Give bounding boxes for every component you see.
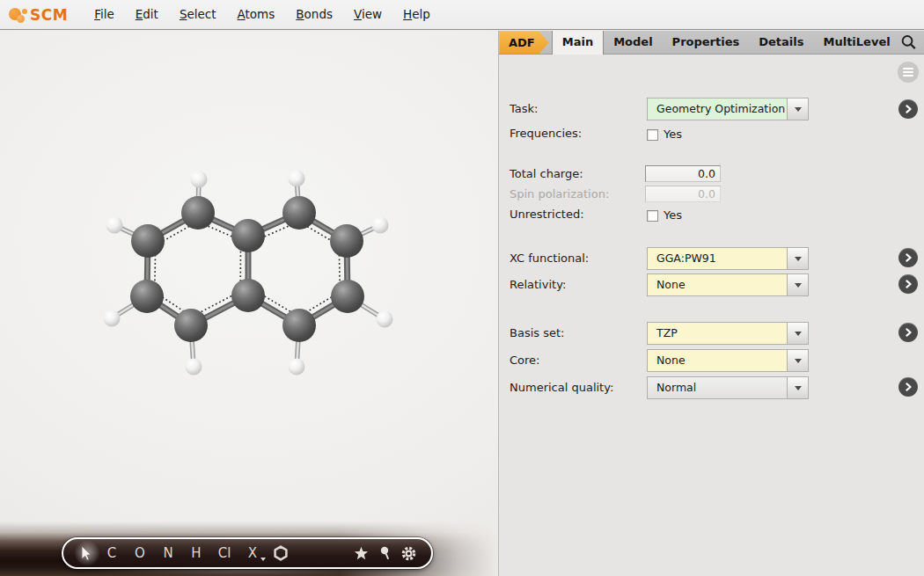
menu-help[interactable]: Help bbox=[392, 0, 441, 29]
structures-tool-button[interactable] bbox=[349, 539, 373, 567]
atom-H[interactable] bbox=[289, 171, 305, 187]
basis-set-value: TZP bbox=[648, 323, 787, 344]
unrestricted-checkbox-row[interactable]: Yes bbox=[647, 208, 682, 222]
relativity-label: Relativity: bbox=[510, 278, 566, 292]
tab-main[interactable]: Main bbox=[552, 31, 604, 55]
pointer-cursor-icon bbox=[78, 545, 94, 561]
adf-input-window: SCM File Edit Select Atoms Bonds View He… bbox=[0, 0, 924, 576]
chevron-right-icon bbox=[903, 279, 913, 289]
pin-tool-button[interactable] bbox=[373, 539, 397, 567]
element-nitrogen-button[interactable]: N bbox=[154, 539, 182, 567]
element-chlorine-button[interactable]: Cl bbox=[210, 539, 238, 567]
xc-functional-detail-button[interactable] bbox=[898, 248, 918, 267]
frequencies-checkbox-row[interactable]: Yes bbox=[647, 128, 682, 142]
xc-functional-label: XC functional: bbox=[510, 252, 589, 266]
atom-H[interactable] bbox=[191, 171, 208, 188]
element-hydrogen-button[interactable]: H bbox=[182, 539, 210, 567]
atom-C[interactable] bbox=[174, 309, 208, 342]
spin-polarization-input bbox=[645, 186, 721, 202]
element-other-label: X bbox=[248, 545, 257, 561]
core-dropdown[interactable]: None bbox=[647, 349, 809, 372]
atom-H[interactable] bbox=[372, 217, 389, 234]
frequencies-label: Frequencies: bbox=[510, 127, 582, 141]
scm-logo-icon bbox=[9, 5, 30, 25]
task-dropdown[interactable]: Geometry Optimization bbox=[647, 98, 809, 120]
relativity-dropdown[interactable]: None bbox=[647, 273, 809, 296]
scm-logo: SCM bbox=[9, 5, 68, 25]
element-oxygen-button[interactable]: O bbox=[126, 539, 154, 567]
atom-H[interactable] bbox=[289, 359, 305, 375]
hexagon-ring-icon bbox=[273, 545, 289, 561]
xc-functional-value: GGA:PW91 bbox=[648, 248, 787, 269]
core-dropdown-arrow[interactable] bbox=[787, 350, 808, 371]
tab-details[interactable]: Details bbox=[749, 31, 813, 54]
numerical-quality-detail-button[interactable] bbox=[898, 377, 918, 397]
atom-H[interactable] bbox=[186, 359, 202, 375]
atom-C[interactable] bbox=[231, 279, 265, 312]
total-charge-label: Total charge: bbox=[510, 167, 583, 181]
atom-C[interactable] bbox=[181, 196, 215, 230]
aromatic-dotted-bond bbox=[339, 251, 340, 286]
chevron-right-icon bbox=[903, 327, 913, 338]
ring-tool-button[interactable] bbox=[267, 539, 295, 567]
core-value: None bbox=[648, 350, 787, 371]
menu-view[interactable]: View bbox=[343, 0, 392, 29]
scm-logo-text: SCM bbox=[30, 6, 68, 24]
task-label: Task: bbox=[510, 102, 538, 116]
atom-H[interactable] bbox=[104, 310, 121, 327]
relativity-dropdown-arrow[interactable] bbox=[787, 274, 808, 295]
menu-edit[interactable]: Edit bbox=[125, 0, 169, 29]
unrestricted-label: Unrestricted: bbox=[510, 208, 584, 222]
atom-C[interactable] bbox=[131, 224, 165, 258]
numerical-quality-dropdown[interactable]: Normal bbox=[647, 376, 809, 399]
numerical-quality-label: Numerical quality: bbox=[510, 381, 613, 395]
atom-C[interactable] bbox=[330, 224, 363, 258]
task-detail-button[interactable] bbox=[898, 99, 918, 119]
element-carbon-button[interactable]: C bbox=[98, 539, 126, 567]
menu-atoms[interactable]: Atoms bbox=[227, 0, 286, 29]
panel-menu-button[interactable] bbox=[898, 62, 919, 83]
menu-bonds[interactable]: Bonds bbox=[285, 0, 343, 29]
hamburger-icon bbox=[903, 71, 913, 73]
menu-select[interactable]: Select bbox=[169, 0, 227, 29]
search-icon[interactable] bbox=[900, 33, 917, 51]
xc-functional-dropdown-arrow[interactable] bbox=[787, 248, 808, 269]
xc-functional-dropdown[interactable]: GGA:PW91 bbox=[647, 247, 809, 270]
tab-model[interactable]: Model bbox=[604, 31, 662, 54]
basis-set-dropdown[interactable]: TZP bbox=[647, 322, 809, 345]
tab-multilevel[interactable]: MultiLevel bbox=[814, 31, 900, 54]
unrestricted-checkbox[interactable] bbox=[647, 210, 658, 222]
atom-C[interactable] bbox=[282, 196, 316, 230]
chevron-right-icon bbox=[903, 104, 913, 114]
relativity-detail-button[interactable] bbox=[898, 274, 918, 294]
numerical-quality-value: Normal bbox=[648, 377, 787, 398]
basis-set-detail-button[interactable] bbox=[898, 323, 918, 342]
numerical-quality-dropdown-arrow[interactable] bbox=[787, 377, 808, 398]
total-charge-input[interactable] bbox=[645, 165, 721, 182]
basis-set-dropdown-arrow[interactable] bbox=[787, 323, 808, 344]
star-icon bbox=[354, 546, 369, 561]
molecule-viewport[interactable]: C O N H Cl X bbox=[0, 31, 498, 576]
frequencies-checkbox[interactable] bbox=[647, 129, 658, 141]
task-dropdown-arrow[interactable] bbox=[787, 98, 808, 120]
tab-bar: ADF Main Model Properties Details MultiL… bbox=[499, 31, 924, 55]
relativity-value: None bbox=[648, 274, 787, 295]
chevron-right-icon bbox=[903, 382, 913, 392]
pointer-tool-button[interactable] bbox=[74, 539, 98, 567]
gear-icon bbox=[400, 545, 417, 562]
settings-tool-button[interactable] bbox=[397, 539, 421, 567]
task-value: Geometry Optimization bbox=[648, 98, 787, 120]
atom-H[interactable] bbox=[106, 217, 123, 234]
chevron-right-icon bbox=[903, 252, 913, 263]
tab-adf[interactable]: ADF bbox=[500, 32, 549, 54]
atom-C[interactable] bbox=[331, 280, 364, 313]
atom-H[interactable] bbox=[377, 311, 393, 328]
atom-C[interactable] bbox=[231, 219, 265, 252]
tab-properties[interactable]: Properties bbox=[663, 31, 750, 54]
menu-file[interactable]: File bbox=[84, 0, 125, 29]
basis-set-label: Basis set: bbox=[510, 326, 564, 340]
element-other-button[interactable]: X bbox=[238, 539, 267, 567]
naphthalene-molecule[interactable] bbox=[0, 31, 498, 576]
atom-C[interactable] bbox=[282, 309, 316, 342]
atom-C[interactable] bbox=[130, 280, 164, 313]
